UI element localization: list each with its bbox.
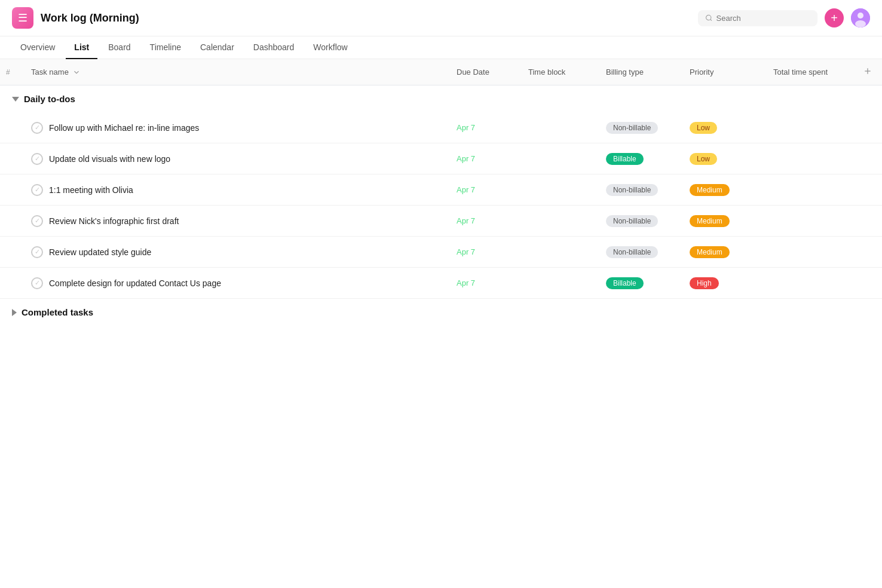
billing-badge[interactable]: Billable	[606, 153, 644, 165]
cell-due-date: Apr 7	[449, 185, 521, 194]
section-title: Daily to-dos	[24, 94, 75, 104]
app-title: Work log (Morning)	[41, 12, 691, 24]
tab-dashboard[interactable]: Dashboard	[245, 36, 303, 59]
svg-line-1	[710, 19, 712, 20]
task-name-text: Review Nick's infographic first draft	[49, 216, 179, 226]
chevron-down-icon[interactable]	[72, 68, 81, 76]
search-icon	[705, 14, 713, 22]
tab-calendar[interactable]: Calendar	[192, 36, 243, 59]
tab-list[interactable]: List	[66, 36, 97, 59]
cell-priority: Medium	[682, 184, 766, 196]
priority-badge[interactable]: Medium	[690, 215, 730, 227]
cell-priority: Low	[682, 153, 766, 165]
priority-badge[interactable]: Low	[690, 122, 717, 134]
task-name-text: Follow up with Michael re: in-line image…	[49, 123, 199, 133]
col-hash-header: #	[0, 68, 24, 76]
col-add-header[interactable]	[856, 66, 882, 78]
billing-badge[interactable]: Non-billable	[606, 184, 658, 196]
task-check-icon[interactable]: ✓	[31, 122, 43, 134]
col-total-header: Total time spent	[766, 68, 856, 76]
tab-timeline[interactable]: Timeline	[142, 36, 189, 59]
svg-point-0	[706, 15, 711, 20]
task-check-icon[interactable]: ✓	[31, 153, 43, 165]
svg-point-3	[858, 13, 863, 19]
cell-priority: Medium	[682, 215, 766, 227]
cell-billing: Billable	[599, 153, 682, 165]
cell-priority: High	[682, 277, 766, 289]
task-check-icon[interactable]: ✓	[31, 215, 43, 227]
cell-due-date: Apr 7	[449, 247, 521, 256]
task-name-text: Complete design for updated Contact Us p…	[49, 278, 221, 288]
priority-badge[interactable]: Medium	[690, 246, 730, 258]
cell-billing: Non-billable	[599, 122, 682, 134]
cell-billing: Non-billable	[599, 246, 682, 258]
add-column-icon[interactable]	[863, 66, 872, 76]
section-completed-header[interactable]: Completed tasks	[0, 299, 882, 326]
collapse-icon	[12, 97, 19, 102]
table-row: ✓ 1:1 meeting with Olivia Apr 7 Non-bill…	[0, 174, 882, 206]
cell-name: ✓ Follow up with Michael re: in-line ima…	[24, 122, 449, 134]
billing-badge[interactable]: Non-billable	[606, 122, 658, 134]
priority-badge[interactable]: Medium	[690, 184, 730, 196]
cell-due-date: Apr 7	[449, 216, 521, 225]
tab-workflow[interactable]: Workflow	[305, 36, 356, 59]
cell-name: ✓ Review Nick's infographic first draft	[24, 215, 449, 227]
nav-tabs: Overview List Board Timeline Calendar Da…	[0, 36, 882, 59]
billing-badge[interactable]: Billable	[606, 277, 644, 289]
task-name-text: 1:1 meeting with Olivia	[49, 185, 133, 195]
section-daily-todos: Daily to-dos ✓ Follow up with Michael re…	[0, 85, 882, 299]
cell-billing: Non-billable	[599, 215, 682, 227]
app-icon-symbol: ☰	[18, 11, 27, 24]
tab-board[interactable]: Board	[100, 36, 139, 59]
cell-billing: Non-billable	[599, 184, 682, 196]
table-header: # Task name Due Date Time block Billing …	[0, 59, 882, 85]
priority-badge[interactable]: Low	[690, 153, 717, 165]
task-check-icon[interactable]: ✓	[31, 277, 43, 289]
svg-point-4	[855, 20, 866, 27]
billing-badge[interactable]: Non-billable	[606, 246, 658, 258]
table-row: ✓ Review updated style guide Apr 7 Non-b…	[0, 237, 882, 268]
cell-name: ✓ Complete design for updated Contact Us…	[24, 277, 449, 289]
cell-due-date: Apr 7	[449, 123, 521, 132]
cell-name: ✓ 1:1 meeting with Olivia	[24, 184, 449, 196]
user-avatar-icon	[851, 8, 870, 27]
table-row: ✓ Follow up with Michael re: in-line ima…	[0, 112, 882, 143]
task-name-text: Update old visuals with new logo	[49, 154, 170, 164]
add-button[interactable]: +	[825, 8, 844, 27]
avatar	[851, 8, 870, 27]
completed-section-title: Completed tasks	[22, 307, 93, 317]
task-check-icon[interactable]: ✓	[31, 246, 43, 258]
cell-priority: Low	[682, 122, 766, 134]
table-row: ✓ Review Nick's infographic first draft …	[0, 206, 882, 237]
task-check-icon[interactable]: ✓	[31, 184, 43, 196]
col-billing-header: Billing type	[599, 68, 682, 76]
section-daily-todos-header[interactable]: Daily to-dos	[0, 85, 882, 112]
cell-billing: Billable	[599, 277, 682, 289]
task-name-text: Review updated style guide	[49, 247, 151, 257]
app-icon: ☰	[12, 7, 33, 29]
col-priority-header: Priority	[682, 68, 766, 76]
app-header: ☰ Work log (Morning) +	[0, 0, 882, 36]
cell-priority: Medium	[682, 246, 766, 258]
expand-icon	[12, 309, 17, 316]
cell-name: ✓ Review updated style guide	[24, 246, 449, 258]
cell-name: ✓ Update old visuals with new logo	[24, 153, 449, 165]
table-row: ✓ Update old visuals with new logo Apr 7…	[0, 143, 882, 174]
col-name-header: Task name	[24, 68, 449, 76]
cell-due-date: Apr 7	[449, 278, 521, 287]
priority-badge[interactable]: High	[690, 277, 719, 289]
search-input[interactable]	[716, 14, 810, 23]
col-due-header: Due Date	[449, 68, 521, 76]
billing-badge[interactable]: Non-billable	[606, 215, 658, 227]
search-bar	[698, 10, 817, 26]
tab-overview[interactable]: Overview	[12, 36, 63, 59]
cell-due-date: Apr 7	[449, 154, 521, 163]
table-row: ✓ Complete design for updated Contact Us…	[0, 268, 882, 299]
col-timeblock-header: Time block	[521, 68, 599, 76]
